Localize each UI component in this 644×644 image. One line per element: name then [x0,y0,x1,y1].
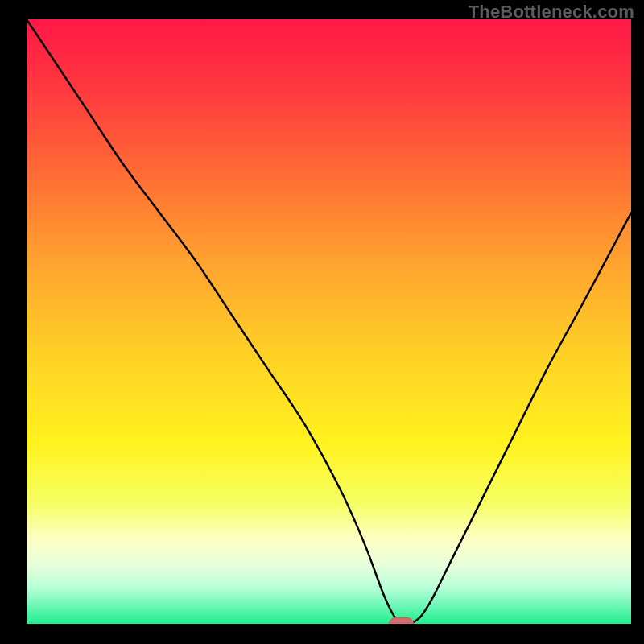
chart-background [27,19,631,624]
chart-svg [27,19,631,624]
bottleneck-chart [27,19,631,624]
optimum-marker [390,617,414,624]
